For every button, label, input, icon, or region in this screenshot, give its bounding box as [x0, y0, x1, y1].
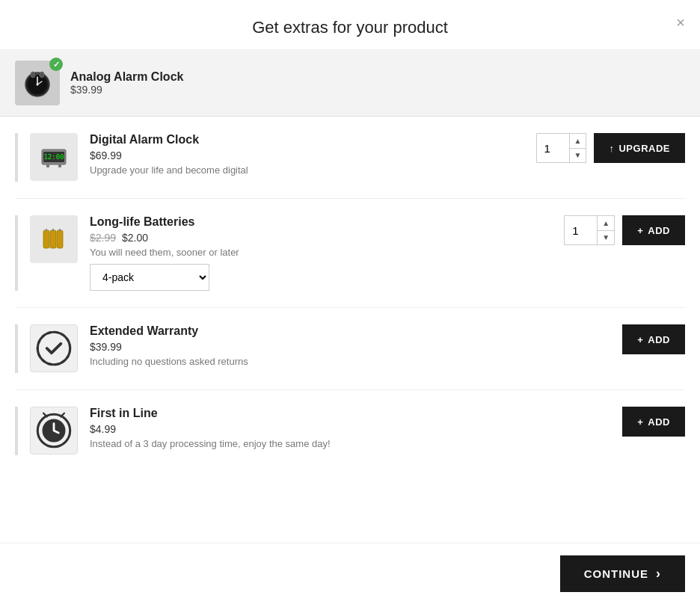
add-button-first-in-line[interactable]: + ADD: [622, 407, 685, 437]
extra-image-first-in-line: [30, 407, 78, 454]
extra-actions-first-in-line: + ADD: [622, 407, 685, 437]
qty-buttons: ▲ ▼: [598, 216, 614, 244]
left-indicator: [15, 133, 18, 182]
extras-list: 12:00 Digital Alarm Clock $69.99 Upgrade…: [0, 117, 700, 543]
main-product-name: Analog Alarm Clock: [70, 70, 183, 84]
add-label: ADD: [648, 225, 670, 236]
qty-input-digital-clock[interactable]: [537, 134, 570, 162]
extra-info-digital-clock: Digital Alarm Clock $69.99 Upgrade your …: [90, 133, 524, 182]
continue-label: CONTINUE: [584, 567, 648, 580]
extra-price: $39.99: [90, 341, 610, 353]
left-indicator: [15, 215, 18, 291]
modal-footer: CONTINUE ›: [0, 543, 700, 604]
extra-info-batteries: Long-life Batteries $2.99 $2.00 You will…: [90, 215, 552, 291]
svg-rect-16: [50, 230, 56, 248]
extra-image-warranty: [30, 324, 78, 372]
main-product-image: ✓: [15, 61, 60, 105]
add-label: ADD: [648, 416, 670, 428]
svg-rect-14: [43, 230, 49, 248]
left-indicator: [15, 324, 18, 373]
svg-rect-19: [59, 229, 61, 231]
add-icon: +: [637, 225, 643, 236]
add-icon: +: [637, 334, 643, 345]
extra-name: Long-life Batteries: [90, 215, 552, 229]
pack-select[interactable]: 4-pack 8-pack 12-pack: [90, 264, 209, 291]
extra-item-digital-clock: 12:00 Digital Alarm Clock $69.99 Upgrade…: [15, 117, 685, 199]
product-bar: ✓ Analog Alarm Clock $39.99: [0, 50, 700, 117]
extra-actions-batteries: ▲ ▼ + ADD: [564, 215, 685, 245]
qty-down-batteries[interactable]: ▼: [598, 231, 614, 245]
add-icon: +: [637, 416, 643, 428]
extra-info-warranty: Extended Warranty $39.99 Including no qu…: [90, 324, 610, 373]
extra-price: $4.99: [90, 423, 610, 435]
continue-icon: ›: [656, 566, 661, 582]
svg-rect-12: [46, 164, 49, 167]
extra-image-digital-clock: 12:00: [30, 133, 78, 181]
add-button-batteries[interactable]: + ADD: [622, 215, 685, 245]
add-label: ADD: [648, 334, 670, 345]
svg-rect-18: [57, 230, 63, 248]
qty-up-batteries[interactable]: ▲: [598, 216, 614, 231]
svg-point-5: [31, 72, 35, 78]
modal-header: Get extras for your product ×: [0, 0, 700, 50]
product-selected-check: ✓: [49, 58, 63, 71]
svg-rect-13: [58, 164, 61, 167]
upgrade-icon: ↑: [609, 143, 614, 154]
extra-name: Digital Alarm Clock: [90, 133, 524, 147]
left-indicator: [15, 407, 18, 455]
extra-desc: You will need them, sooner or later: [90, 247, 552, 258]
qty-input-batteries[interactable]: [565, 216, 598, 244]
extra-name: Extended Warranty: [90, 324, 610, 338]
extra-price: $2.99 $2.00: [90, 232, 552, 244]
modal-title: Get extras for your product: [252, 18, 448, 37]
close-button[interactable]: ×: [676, 15, 685, 30]
add-button-warranty[interactable]: + ADD: [622, 324, 685, 354]
upgrade-button-digital-clock[interactable]: ↑ UPGRADE: [594, 133, 685, 163]
extra-name: First in Line: [90, 407, 610, 420]
svg-rect-15: [46, 229, 47, 231]
extra-desc: Including no questions asked returns: [90, 356, 610, 367]
main-product-price: $39.99: [70, 84, 183, 96]
extra-desc: Upgrade your life and become digital: [90, 164, 524, 176]
qty-control-digital-clock: ▲ ▼: [536, 133, 587, 163]
qty-buttons: ▲ ▼: [570, 134, 586, 162]
extra-price: $69.99: [90, 150, 524, 161]
select-wrapper: 4-pack 8-pack 12-pack: [90, 264, 552, 291]
extra-actions-digital-clock: ▲ ▼ ↑ UPGRADE: [536, 133, 685, 163]
extra-item-batteries: Long-life Batteries $2.99 $2.00 You will…: [15, 199, 685, 308]
qty-up-digital-clock[interactable]: ▲: [570, 134, 586, 149]
extra-item-warranty: Extended Warranty $39.99 Including no qu…: [15, 308, 685, 390]
modal-container: Get extras for your product × ✓ Analog A…: [0, 0, 700, 604]
qty-control-batteries: ▲ ▼: [564, 215, 615, 245]
svg-text:12:00: 12:00: [43, 153, 64, 161]
svg-point-6: [40, 72, 44, 78]
main-product-info: Analog Alarm Clock $39.99: [70, 70, 183, 96]
qty-down-digital-clock[interactable]: ▼: [570, 149, 586, 163]
extra-item-first-in-line: First in Line $4.99 Instead of a 3 day p…: [15, 390, 685, 472]
extra-info-first-in-line: First in Line $4.99 Instead of a 3 day p…: [90, 407, 610, 455]
extra-actions-warranty: + ADD: [622, 324, 685, 354]
upgrade-label: UPGRADE: [618, 143, 670, 154]
extra-image-batteries: [30, 215, 78, 263]
extra-desc: Instead of a 3 day processing time, enjo…: [90, 438, 610, 449]
svg-rect-17: [52, 229, 54, 231]
original-price: $2.99: [90, 232, 116, 244]
continue-button[interactable]: CONTINUE ›: [560, 555, 685, 592]
